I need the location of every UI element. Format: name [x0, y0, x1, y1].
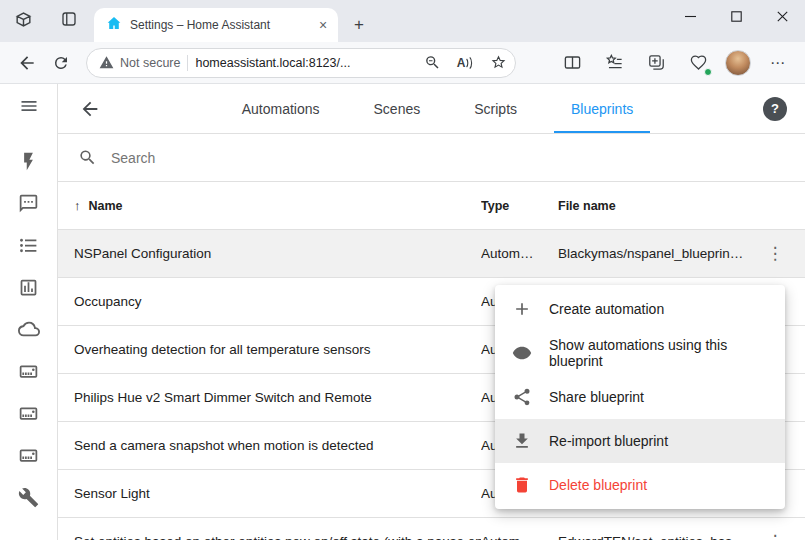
table-row[interactable]: Set entities based on other entities new… — [58, 518, 805, 540]
browser-essentials-button[interactable] — [681, 46, 715, 80]
browser-tab[interactable]: Settings – Home Assistant × — [94, 8, 338, 42]
hamburger-icon — [19, 96, 39, 116]
split-screen-button[interactable] — [555, 46, 589, 80]
search-icon — [78, 148, 97, 167]
zoom-out-icon — [424, 54, 441, 71]
menu-item-create-automation[interactable]: Create automation — [495, 287, 785, 331]
row-name: Send a camera snapshot when motion is de… — [74, 438, 481, 453]
share-icon — [512, 387, 532, 407]
row-name: Set entities based on other entities new… — [74, 534, 481, 540]
row-type: Autom… — [481, 534, 558, 540]
lightning-icon — [18, 151, 39, 172]
server-icon — [18, 403, 39, 424]
help-button[interactable]: ? — [763, 97, 787, 121]
menu-item-label: Delete blueprint — [549, 477, 647, 493]
table-row[interactable]: NSPanel Configuration Autom… Blackymas/n… — [58, 230, 805, 278]
favorite-button[interactable] — [485, 50, 511, 76]
name-header-label: Name — [89, 199, 123, 213]
star-icon — [490, 54, 507, 71]
sidebar-item-nas-3[interactable] — [17, 443, 41, 467]
server-icon — [18, 445, 39, 466]
menu-item-delete-blueprint[interactable]: Delete blueprint — [495, 463, 785, 507]
status-green-dot — [704, 68, 712, 76]
profile-avatar[interactable] — [725, 50, 751, 76]
column-header-file[interactable]: File name — [558, 199, 759, 213]
sidebar-item-chat[interactable] — [17, 191, 41, 215]
minimize-button[interactable] — [667, 0, 713, 32]
menu-item-share-blueprint[interactable]: Share blueprint — [495, 375, 785, 419]
warning-icon — [99, 55, 114, 70]
column-header-type[interactable]: Type — [481, 199, 558, 213]
row-overflow-menu-button[interactable]: ⋮ — [759, 533, 791, 540]
workspaces-button[interactable] — [12, 10, 34, 32]
refresh-button[interactable] — [44, 46, 78, 80]
sidebar-item-tools[interactable] — [17, 485, 41, 509]
tab-blueprints[interactable]: Blueprints — [544, 84, 660, 133]
row-name: Overheating detection for all temperatur… — [74, 342, 481, 357]
row-context-menu: Create automation Show automations using… — [495, 285, 785, 509]
address-bar[interactable]: Not secure homeassistant.local:8123/... … — [86, 48, 516, 78]
help-icon: ? — [771, 101, 779, 116]
ha-tab-bar: Automations Scenes Scripts Blueprints — [112, 84, 763, 133]
tab-scenes[interactable]: Scenes — [347, 84, 448, 133]
cloud-icon — [18, 318, 40, 340]
sidebar-item-todo[interactable] — [17, 233, 41, 257]
tab-actions-button[interactable] — [58, 10, 80, 32]
plus-icon — [512, 299, 532, 319]
sidebar-item-cloud[interactable] — [17, 317, 41, 341]
new-tab-button[interactable]: + — [346, 12, 372, 38]
menu-item-label: Create automation — [549, 301, 664, 317]
tab-automations[interactable]: Automations — [215, 84, 347, 133]
sidebar-item-nas-2[interactable] — [17, 401, 41, 425]
close-window-button[interactable] — [759, 0, 805, 32]
home-assistant-logo-icon — [106, 15, 122, 35]
security-status[interactable]: Not secure — [99, 55, 180, 70]
split-screen-icon — [563, 53, 582, 72]
sidebar-menu-button[interactable] — [17, 94, 41, 118]
close-icon — [777, 11, 788, 22]
trash-icon — [512, 475, 532, 495]
close-tab-button[interactable]: × — [314, 16, 332, 34]
search-row — [58, 134, 805, 182]
back-button[interactable] — [10, 46, 44, 80]
collections-icon — [647, 53, 666, 72]
favorites-hub-button[interactable] — [597, 46, 631, 80]
eye-icon — [512, 343, 532, 363]
address-divider — [187, 55, 188, 71]
ha-sidebar — [0, 84, 58, 540]
row-type: Autom… — [481, 246, 558, 261]
sidebar-item-energy[interactable] — [17, 149, 41, 173]
ha-header: Automations Scenes Scripts Blueprints ? — [58, 84, 805, 134]
ha-back-button[interactable] — [76, 95, 104, 123]
wrench-icon — [18, 487, 39, 508]
row-name: NSPanel Configuration — [74, 246, 481, 261]
collections-button[interactable] — [639, 46, 673, 80]
minimize-icon — [685, 11, 696, 22]
list-icon — [18, 235, 39, 256]
row-overflow-menu-button[interactable]: ⋮ — [759, 245, 791, 262]
sidebar-item-nas-1[interactable] — [17, 359, 41, 383]
browser-menu-button[interactable]: ⋯ — [761, 46, 795, 80]
menu-item-reimport-blueprint[interactable]: Re-import blueprint — [495, 419, 785, 463]
menu-item-show-automations[interactable]: Show automations using this blueprint — [495, 331, 785, 375]
search-input[interactable] — [111, 150, 785, 166]
column-header-name[interactable]: ↑ Name — [74, 198, 481, 213]
row-file: Blackymas/nspanel_blueprin… — [558, 246, 759, 261]
menu-item-label: Share blueprint — [549, 389, 644, 405]
maximize-icon — [731, 11, 742, 22]
not-secure-label: Not secure — [120, 56, 180, 70]
arrow-left-icon — [17, 53, 37, 73]
download-icon — [512, 431, 532, 451]
zoom-button[interactable] — [419, 50, 445, 76]
read-aloud-button[interactable]: A — [452, 50, 478, 76]
close-icon: × — [319, 17, 327, 33]
row-name: Occupancy — [74, 294, 481, 309]
sidebar-item-history[interactable] — [17, 275, 41, 299]
browser-navbar: Not secure homeassistant.local:8123/... … — [0, 42, 805, 84]
favorites-hub-icon — [605, 53, 624, 72]
menu-item-label: Show automations using this blueprint — [549, 337, 768, 369]
browser-titlebar: Settings – Home Assistant × + — [0, 0, 805, 42]
chart-box-icon — [18, 277, 39, 298]
maximize-button[interactable] — [713, 0, 759, 32]
tab-scripts[interactable]: Scripts — [447, 84, 544, 133]
